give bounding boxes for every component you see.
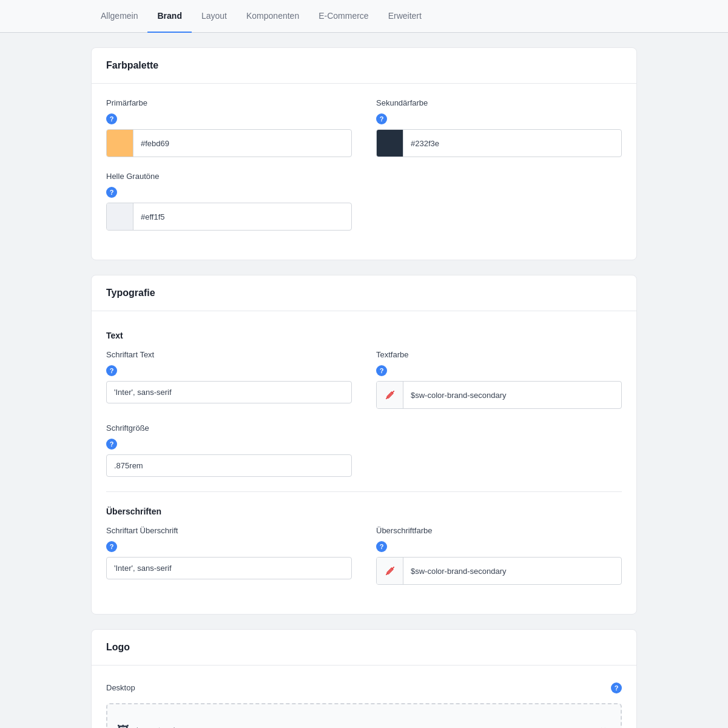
heading-color-group: Überschriftfarbe ?: [376, 526, 622, 585]
font-heading-input-wrapper: [106, 557, 352, 579]
primary-color-input-wrapper: [106, 129, 352, 157]
tab-brand[interactable]: Brand: [147, 0, 191, 33]
tab-ecommerce[interactable]: E-Commerce: [309, 0, 378, 33]
font-heading-row: Schriftart Überschrift ? Überschriftfarb…: [106, 526, 622, 585]
heading-color-help-icon[interactable]: ?: [376, 541, 387, 552]
light-gray-color-input[interactable]: [133, 206, 351, 228]
typography-divider: [106, 491, 622, 492]
nav-tabs: Allgemein Brand Layout Komponenten E-Com…: [0, 0, 728, 33]
typografie-body: Text Schriftart Text ? Textfarbe ?: [92, 311, 636, 614]
secondary-color-input[interactable]: [403, 133, 621, 154]
pencil-slash-icon: [384, 389, 396, 401]
headings-section-header: Überschriften: [106, 507, 622, 516]
secondary-color-swatch[interactable]: [377, 130, 403, 157]
text-color-group: Textfarbe ?: [376, 350, 622, 409]
light-gray-help-icon[interactable]: ?: [106, 187, 117, 198]
text-color-input[interactable]: [403, 385, 621, 406]
font-size-group: Schriftgröße ?: [106, 423, 352, 477]
font-heading-group: Schriftart Überschrift ?: [106, 526, 352, 585]
tab-allgemein[interactable]: Allgemein: [91, 0, 147, 33]
page-content: Farbpalette Primärfarbe ? Sekundärfarbe …: [0, 33, 728, 728]
font-size-label: Schriftgröße: [106, 423, 352, 433]
heading-color-label: Überschriftfarbe: [376, 526, 622, 535]
typografie-title: Typografie: [92, 275, 636, 311]
typografie-card: Typografie Text Schriftart Text ? Textfa…: [91, 275, 637, 615]
font-heading-label: Schriftart Überschrift: [106, 526, 352, 535]
desktop-upload-area[interactable]: 🖼 demo-store-logo.png ×: [106, 703, 622, 728]
desktop-upload-remove-button[interactable]: ×: [596, 723, 611, 728]
farbpalette-body: Primärfarbe ? Sekundärfarbe ?: [92, 84, 636, 260]
font-text-input[interactable]: [107, 382, 351, 403]
tab-erweitert[interactable]: Erweitert: [379, 0, 431, 33]
light-gray-color-input-wrapper: [106, 203, 352, 231]
heading-color-input[interactable]: [403, 561, 621, 582]
font-size-help-icon[interactable]: ?: [106, 439, 117, 450]
secondary-color-label: Sekundärfarbe: [376, 98, 622, 107]
font-heading-input[interactable]: [107, 558, 351, 579]
secondary-color-input-wrapper: [376, 129, 622, 157]
heading-color-input-wrapper: [376, 557, 622, 585]
font-size-row: Schriftgröße ?: [106, 423, 622, 477]
heading-color-edit-icon[interactable]: [377, 558, 403, 584]
light-gray-color-label: Helle Grautöne: [106, 172, 352, 181]
font-text-row: Schriftart Text ? Textfarbe ?: [106, 350, 622, 409]
logo-file-icon: 🖼: [117, 724, 129, 729]
primary-color-input[interactable]: [133, 133, 351, 154]
light-gray-color-swatch[interactable]: [107, 203, 133, 230]
font-text-group: Schriftart Text ?: [106, 350, 352, 409]
logo-title: Logo: [92, 630, 636, 666]
light-gray-color-group: Helle Grautöne ?: [106, 172, 352, 231]
farbpalette-card: Farbpalette Primärfarbe ? Sekundärfarbe …: [91, 47, 637, 260]
font-text-input-wrapper: [106, 381, 352, 403]
text-section-header: Text: [106, 331, 622, 340]
desktop-upload-preview: 🖼 demo-store-logo.png: [117, 724, 201, 729]
font-heading-help-icon[interactable]: ?: [106, 541, 117, 552]
farbpalette-title: Farbpalette: [92, 48, 636, 84]
secondary-color-help-icon[interactable]: ?: [376, 113, 387, 124]
color-row-light-gray: Helle Grautöne ?: [106, 172, 622, 231]
tab-komponenten[interactable]: Komponenten: [237, 0, 309, 33]
primary-color-help-icon[interactable]: ?: [106, 113, 117, 124]
text-color-label: Textfarbe: [376, 350, 622, 359]
font-size-input[interactable]: [107, 455, 351, 476]
primary-color-swatch[interactable]: [107, 130, 133, 157]
desktop-label-row: Desktop ?: [106, 680, 622, 698]
logo-card: Logo Desktop ? 🖼 demo-store-logo.png × T…: [91, 629, 637, 728]
color-row-primary-secondary: Primärfarbe ? Sekundärfarbe ?: [106, 98, 622, 157]
font-size-input-wrapper: [106, 454, 352, 477]
desktop-help-icon[interactable]: ?: [611, 682, 622, 693]
font-text-label: Schriftart Text: [106, 350, 352, 359]
pencil-slash-icon-2: [384, 565, 396, 577]
primary-color-group: Primärfarbe ?: [106, 98, 352, 157]
logo-body: Desktop ? 🖼 demo-store-logo.png × Tablet…: [92, 666, 636, 728]
desktop-label: Desktop: [106, 683, 135, 692]
font-text-help-icon[interactable]: ?: [106, 365, 117, 376]
secondary-color-group: Sekundärfarbe ?: [376, 98, 622, 157]
text-color-input-wrapper: [376, 381, 622, 409]
primary-color-label: Primärfarbe: [106, 98, 352, 107]
text-color-help-icon[interactable]: ?: [376, 365, 387, 376]
text-color-edit-icon[interactable]: [377, 382, 403, 408]
tab-layout[interactable]: Layout: [192, 0, 237, 33]
